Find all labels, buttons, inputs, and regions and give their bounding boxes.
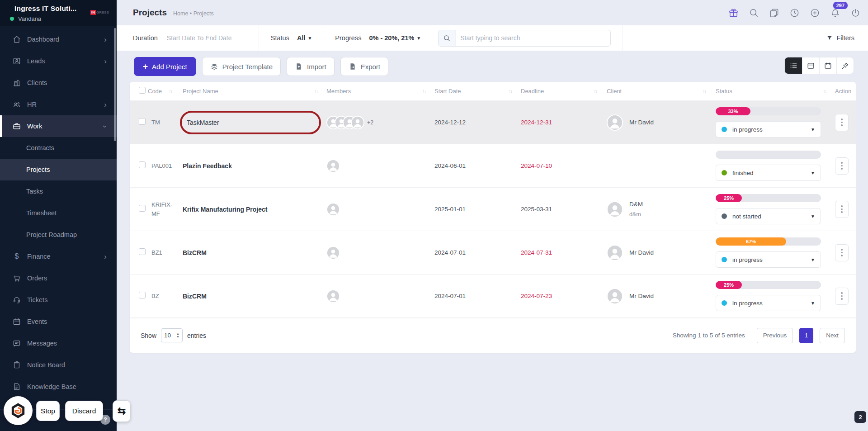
current-page-button[interactable]: 1 — [799, 328, 813, 343]
clipboard-icon — [12, 360, 21, 369]
project-name-link[interactable]: BizCRM — [177, 249, 322, 256]
client-cell: Mr David — [602, 288, 711, 304]
stop-button[interactable]: Stop — [36, 401, 60, 421]
sidebar-item-clients[interactable]: Clients — [0, 72, 117, 94]
calendar-view-button[interactable] — [819, 57, 836, 74]
status-cell: 25% in progress ▼ — [711, 281, 831, 311]
search-input[interactable] — [456, 34, 610, 42]
progress-filter-dropdown[interactable]: 0% - 20%, 21% ▼ — [369, 34, 421, 42]
status-dropdown[interactable]: not started ▼ — [716, 208, 821, 224]
swap-arrows-button[interactable]: ⇆ — [113, 400, 131, 422]
search-icon[interactable] — [748, 7, 759, 18]
status-dropdown[interactable]: finished ▼ — [716, 165, 821, 181]
sidebar-item-tasks[interactable]: Tasks — [0, 180, 117, 202]
sort-icon[interactable]: ↑↓ — [423, 89, 426, 94]
table-footer: Show 10 ▲▼ entries Showing 1 to 5 of 5 e… — [130, 318, 856, 352]
client-name: D&M — [629, 201, 643, 208]
export-button[interactable]: Export — [340, 57, 388, 76]
filters-button[interactable]: Filters — [826, 34, 868, 42]
column-header-start-date[interactable]: Start Date↑↓ — [430, 88, 517, 95]
sort-icon[interactable]: ↑↓ — [315, 89, 318, 94]
row-checkbox[interactable] — [139, 118, 146, 125]
sidebar-item-timesheet[interactable]: Timesheet — [0, 202, 117, 224]
project-name-link[interactable]: BizCRM — [177, 293, 322, 300]
column-header-status[interactable]: Status↑↓ — [711, 88, 831, 95]
discard-button[interactable]: Discard — [65, 401, 103, 421]
sort-icon[interactable]: ↑↓ — [594, 89, 598, 94]
add-icon[interactable] — [809, 7, 820, 18]
sidebar-scrollbar[interactable] — [114, 28, 116, 141]
row-actions-button[interactable] — [835, 157, 849, 175]
start-date: 2024-12-12 — [430, 119, 517, 126]
list-icon — [789, 62, 798, 70]
column-header-project-name[interactable]: Project Name↑↓ — [177, 88, 322, 95]
status-dropdown[interactable]: in progress ▼ — [716, 121, 821, 137]
breadcrumb[interactable]: Home • Projects — [173, 10, 214, 17]
chevron-right-icon: › — [104, 36, 107, 43]
duration-input[interactable] — [167, 34, 246, 42]
select-all-checkbox[interactable] — [139, 87, 146, 94]
sidebar-item-notice-board[interactable]: Notice Board — [0, 354, 117, 376]
import-button[interactable]: Import — [287, 57, 335, 76]
row-actions-button[interactable] — [835, 201, 849, 218]
client-name: Mr David — [629, 119, 654, 126]
recorder-logo-button[interactable] — [4, 396, 33, 425]
row-checkbox[interactable] — [139, 161, 146, 168]
progress-bar: 25% — [716, 281, 821, 289]
sidebar-item-leads[interactable]: Leads › — [0, 50, 117, 72]
gift-icon[interactable] — [728, 7, 739, 18]
sort-icon[interactable]: ↑↓ — [703, 89, 707, 94]
sidebar-item-dashboard[interactable]: Dashboard › — [0, 28, 117, 50]
column-header-deadline[interactable]: Deadline↑↓ — [517, 88, 602, 95]
sort-icon[interactable]: ↑↓ — [509, 89, 513, 94]
power-icon[interactable] — [850, 7, 861, 18]
members-extra-count[interactable]: +2 — [367, 119, 373, 126]
row-checkbox[interactable] — [139, 292, 146, 298]
members-cell — [322, 203, 430, 216]
column-header-members[interactable]: Members↑↓ — [322, 88, 430, 95]
history-icon[interactable] — [789, 7, 800, 18]
status-dropdown[interactable]: in progress ▼ — [716, 295, 821, 311]
status-dropdown[interactable]: in progress ▼ — [716, 251, 821, 268]
notes-icon[interactable] — [769, 7, 779, 18]
sidebar-item-projects[interactable]: Projects — [0, 159, 117, 180]
previous-page-button[interactable]: Previous — [757, 328, 793, 343]
status-filter-dropdown[interactable]: All ▼ — [297, 34, 312, 42]
sidebar-item-orders[interactable]: Orders — [0, 267, 117, 289]
board-view-button[interactable] — [802, 57, 819, 74]
sort-icon[interactable]: ↑↓ — [823, 89, 827, 94]
top-header: Projects Home • Projects 297 — [117, 0, 868, 25]
row-actions-button[interactable] — [835, 114, 849, 131]
add-project-button[interactable]: + Add Project — [134, 57, 196, 76]
app-window: Ingress IT Soluti... Vandana IN GRESS Da… — [0, 0, 868, 431]
row-checkbox[interactable] — [139, 248, 146, 255]
row-actions-button[interactable] — [835, 244, 849, 261]
status-cell: finished ▼ — [711, 151, 831, 181]
column-header-client[interactable]: Client↑↓ — [602, 88, 711, 95]
caret-down-icon: ▼ — [811, 257, 815, 262]
notifications-icon[interactable]: 297 — [830, 7, 840, 18]
sidebar-item-knowledge-base[interactable]: Knowledge Base — [0, 376, 117, 398]
status-filter-label: Status — [271, 34, 289, 42]
next-page-button[interactable]: Next — [820, 328, 845, 343]
sidebar-item-hr[interactable]: HR › — [0, 94, 117, 115]
sidebar-item-tickets[interactable]: Tickets — [0, 289, 117, 311]
sidebar-item-work[interactable]: Work › — [0, 115, 117, 137]
row-actions-button[interactable] — [835, 288, 849, 305]
column-header-code[interactable]: Code↑↓ — [148, 88, 177, 95]
search-icon — [439, 30, 456, 46]
sidebar-item-events[interactable]: Events — [0, 311, 117, 332]
sort-icon[interactable]: ↑↓ — [169, 89, 173, 94]
row-checkbox[interactable] — [139, 205, 146, 212]
sidebar-item-contracts[interactable]: Contracts — [0, 137, 117, 159]
list-view-button[interactable] — [785, 57, 802, 74]
project-template-button[interactable]: Project Template — [202, 57, 281, 76]
project-name-link[interactable]: Plazin Feedback — [177, 162, 322, 170]
project-name-link[interactable]: Krifix Manufacturing Project — [177, 206, 322, 213]
sidebar-item-finance[interactable]: $ Finance › — [0, 246, 117, 267]
pin-view-button[interactable] — [836, 57, 854, 74]
sidebar-item-project-roadmap[interactable]: Project Roadmap — [0, 224, 117, 246]
project-name-link[interactable]: TaskMaster — [177, 119, 322, 126]
sidebar-item-messages[interactable]: Messages — [0, 332, 117, 354]
page-size-select[interactable]: 10 ▲▼ — [161, 328, 183, 342]
